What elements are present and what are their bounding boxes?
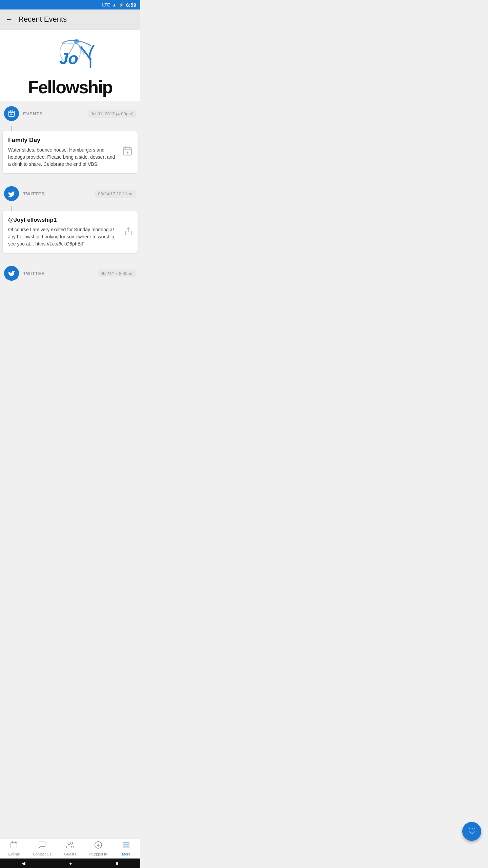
spacer-1 [0, 176, 140, 181]
twitter1-label: TWITTER [23, 191, 91, 196]
family-day-card: Family Day Water slides, bounce house. H… [3, 131, 138, 173]
twitter-handle-1: @JoyFellowship1 [8, 217, 132, 223]
share-icon-1[interactable] [124, 227, 133, 238]
svg-rect-6 [10, 114, 11, 115]
logo-area: Jo Fellowship [0, 29, 140, 101]
status-bar: LTE ▲ ⚡ 6:59 [0, 0, 140, 9]
events-label: EVENTS [23, 111, 84, 116]
twitter1-date: 06/24/17 10:11pm [95, 190, 136, 198]
events-section-header: EVENTS Jul 01, 2017 (4:00pm) [0, 101, 140, 126]
scroll-content[interactable]: EVENTS Jul 01, 2017 (4:00pm) Family Day … [0, 101, 140, 319]
timeline-connector-2 [11, 206, 12, 211]
twitter2-section-header: TWITTER 06/24/17 8:30pm [0, 261, 140, 285]
twitter2-icon [4, 266, 19, 281]
add-to-calendar-icon[interactable] [122, 146, 133, 159]
svg-rect-8 [13, 114, 14, 115]
twitter-card-1: @JoyFellowship1 Of course I am very exci… [3, 211, 138, 253]
twitter1-icon [4, 186, 19, 201]
event-title: Family Day [8, 137, 132, 144]
fellowship-logo-text: Fellowship [28, 78, 113, 96]
page-title: Recent Events [18, 15, 67, 24]
svg-rect-7 [11, 114, 12, 115]
back-button[interactable]: ← [5, 15, 13, 24]
twitter-body-1: Of course I am very excited for Sunday m… [8, 226, 132, 248]
event-body: Water slides, bounce house. Hamburgers a… [8, 146, 132, 168]
svg-point-1 [74, 39, 79, 44]
spacer-2 [0, 256, 140, 261]
logo-svg: Jo [36, 38, 104, 78]
timeline-connector-1 [11, 126, 12, 131]
battery-icon: ⚡ [119, 2, 124, 7]
signal-indicator: LTE [102, 2, 110, 7]
twitter1-section-header: TWITTER 06/24/17 10:11pm [0, 181, 140, 206]
twitter2-label: TWITTER [23, 271, 94, 276]
svg-text:Jo: Jo [59, 50, 78, 67]
time-display: 6:59 [126, 2, 136, 8]
signal-bars: ▲ [112, 2, 117, 7]
twitter2-date: 06/24/17 8:30pm [98, 270, 136, 277]
events-date: Jul 01, 2017 (4:00pm) [88, 110, 136, 118]
app-header: ← Recent Events [0, 9, 140, 29]
events-icon [4, 106, 19, 121]
